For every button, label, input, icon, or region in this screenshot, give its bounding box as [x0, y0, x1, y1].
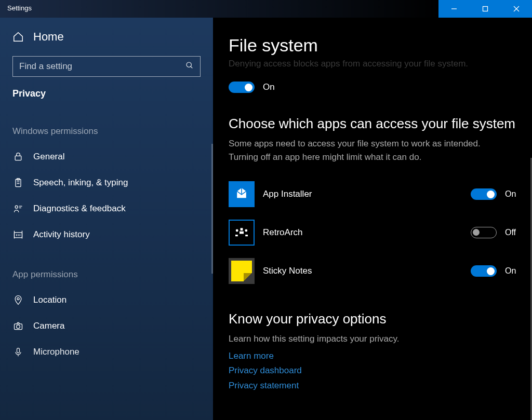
svg-rect-25	[240, 232, 244, 234]
master-toggle-row: On	[229, 82, 517, 93]
close-button[interactable]	[501, 0, 532, 18]
app-toggle-sticky-notes[interactable]	[471, 265, 497, 277]
sidebar-item-label: Microphone	[33, 347, 79, 357]
svg-point-11	[15, 206, 18, 208]
sidebar-item-label: General	[33, 152, 64, 162]
sidebar-item-location[interactable]: Location	[0, 287, 213, 313]
svg-rect-21	[17, 348, 20, 353]
svg-point-4	[187, 62, 191, 67]
svg-rect-6	[15, 156, 21, 160]
svg-rect-27	[245, 235, 248, 236]
app-toggle-label: Off	[505, 228, 516, 237]
titlebar: Settings	[0, 0, 532, 18]
app-row-app-installer: App Installer On	[229, 175, 517, 213]
svg-rect-1	[483, 7, 488, 11]
content: Home Privacy Windows permissions General	[0, 18, 532, 420]
section-header-windows: Windows permissions	[0, 104, 213, 144]
microphone-icon	[12, 346, 24, 358]
app-row-retroarch: RetroArch Off	[229, 213, 517, 252]
choose-apps-title: Choose which apps can access your file s…	[229, 116, 517, 132]
camera-icon	[12, 320, 24, 332]
app-name-label: RetroArch	[263, 227, 471, 238]
sidebar-item-microphone[interactable]: Microphone	[0, 339, 213, 365]
svg-point-18	[17, 297, 19, 300]
feedback-icon	[12, 203, 24, 214]
know-privacy-description: Learn how this setting impacts your priv…	[229, 332, 509, 346]
section-header-app: App permissions	[0, 248, 213, 287]
app-name-label: Sticky Notes	[263, 266, 471, 276]
activity-icon	[12, 229, 24, 240]
sticky-notes-icon	[229, 258, 255, 284]
app-toggle-label: On	[505, 189, 516, 199]
sidebar-item-activity[interactable]: Activity history	[0, 222, 213, 248]
app-installer-icon	[229, 181, 255, 207]
app-toggle-retroarch[interactable]	[471, 227, 497, 238]
link-privacy-statement[interactable]: Privacy statement	[229, 378, 517, 394]
settings-window: Settings Home	[0, 0, 532, 420]
sidebar-item-diagnostics[interactable]: Diagnostics & feedback	[0, 196, 213, 222]
maximize-icon	[482, 6, 488, 12]
caption-buttons	[438, 0, 532, 18]
sidebar-item-label: Activity history	[33, 229, 90, 240]
sidebar: Home Privacy Windows permissions General	[0, 18, 213, 420]
page-title: File system	[229, 35, 517, 56]
sidebar-item-label: Camera	[33, 321, 64, 331]
app-name-label: App Installer	[263, 189, 471, 199]
svg-rect-28	[241, 228, 243, 231]
nav-list-windows: General Speech, inking, & typing Diagnos…	[0, 144, 213, 248]
app-toggle-label: On	[505, 266, 516, 276]
sidebar-item-camera[interactable]: Camera	[0, 313, 213, 339]
svg-point-24	[245, 229, 247, 232]
minimize-button[interactable]	[438, 0, 470, 18]
app-row-sticky-notes: Sticky Notes On	[229, 252, 517, 290]
nav-list-app: Location Camera Microphone	[0, 287, 213, 365]
minimize-icon	[451, 6, 457, 12]
search-box[interactable]	[12, 56, 201, 77]
lock-icon	[12, 151, 24, 162]
svg-line-5	[191, 66, 192, 68]
clipped-description: Denying access blocks apps from accessin…	[229, 59, 517, 69]
main-panel: File system Denying access blocks apps f…	[213, 18, 532, 420]
search-input[interactable]	[19, 61, 185, 72]
svg-point-23	[236, 229, 238, 232]
sidebar-item-general[interactable]: General	[0, 144, 213, 170]
link-privacy-dashboard[interactable]: Privacy dashboard	[229, 363, 517, 378]
master-toggle-label: On	[263, 82, 275, 92]
choose-apps-description: Some apps need to access your file syste…	[229, 137, 509, 164]
maximize-button[interactable]	[470, 0, 501, 18]
close-icon	[513, 6, 520, 12]
home-label: Home	[33, 30, 64, 44]
sidebar-item-label: Speech, inking, & typing	[33, 178, 128, 188]
home-icon	[12, 31, 24, 43]
category-label: Privacy	[0, 80, 213, 104]
location-icon	[12, 294, 24, 306]
app-toggle-app-installer[interactable]	[471, 188, 497, 200]
search-icon	[185, 61, 194, 72]
sidebar-item-label: Location	[33, 295, 66, 305]
sidebar-item-label: Diagnostics & feedback	[33, 204, 126, 214]
clipboard-icon	[12, 177, 24, 188]
retroarch-icon	[229, 220, 255, 246]
know-privacy-title: Know your privacy options	[229, 311, 517, 327]
svg-point-20	[17, 325, 20, 329]
svg-rect-26	[235, 235, 238, 236]
master-toggle[interactable]	[229, 82, 255, 93]
window-title: Settings	[0, 0, 438, 18]
link-learn-more[interactable]: Learn more	[229, 349, 517, 364]
sidebar-item-speech[interactable]: Speech, inking, & typing	[0, 170, 213, 196]
home-button[interactable]: Home	[0, 18, 213, 54]
